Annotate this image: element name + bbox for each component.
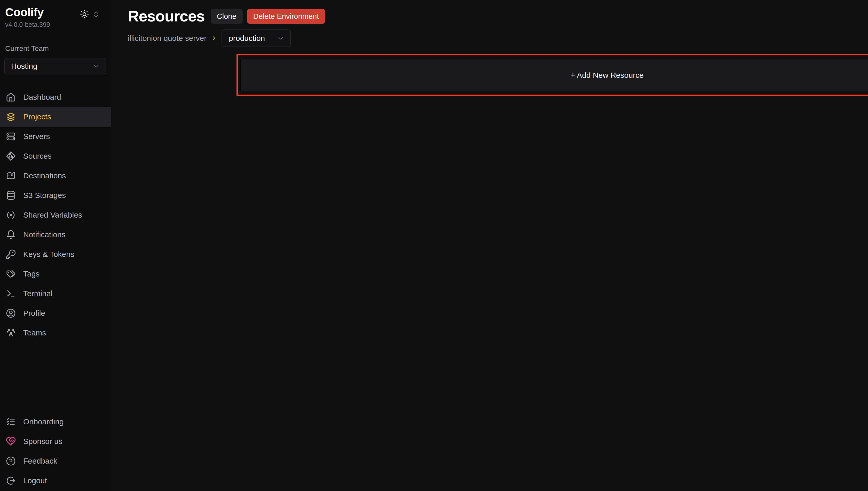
sidebar-item-label: Tags <box>23 269 39 278</box>
logout-icon <box>6 475 16 486</box>
home-icon <box>6 92 16 102</box>
sidebar-item-label: Shared Variables <box>23 211 82 220</box>
sidebar-item-shared-variables[interactable]: Shared Variables <box>0 205 111 225</box>
sidebar-item-label: Teams <box>23 328 46 337</box>
sidebar-item-keys-tokens[interactable]: Keys & Tokens <box>0 244 111 264</box>
environment-select-value: production <box>229 34 265 42</box>
sidebar-header-icons <box>80 9 100 19</box>
add-new-resource-label: + Add New Resource <box>570 71 644 80</box>
tags-icon <box>6 269 16 279</box>
sidebar-item-notifications[interactable]: Notifications <box>0 225 111 244</box>
sidebar-nav: Dashboard Projects Servers Sources Desti… <box>0 87 111 343</box>
sidebar-item-tags[interactable]: Tags <box>0 264 111 284</box>
sidebar-item-terminal[interactable]: Terminal <box>0 284 111 304</box>
team-select-value: Hosting <box>11 62 37 70</box>
sidebar-item-s3-storages[interactable]: S3 Storages <box>0 185 111 205</box>
chevron-down-icon <box>277 34 284 42</box>
page-title: Resources <box>128 8 205 25</box>
sidebar-item-label: Destinations <box>23 171 66 180</box>
git-diamond-icon <box>6 151 16 161</box>
breadcrumb: illicitonion quote server production <box>128 29 868 47</box>
sidebar-item-servers[interactable]: Servers <box>0 126 111 146</box>
heart-handshake-icon <box>6 436 16 446</box>
sidebar-item-profile[interactable]: Profile <box>0 304 111 323</box>
breadcrumb-project-link[interactable]: illicitonion quote server <box>128 34 207 42</box>
sidebar-item-label: Keys & Tokens <box>23 250 74 259</box>
user-circle-icon <box>6 308 16 318</box>
sidebar-item-label: Profile <box>23 309 45 318</box>
footer-item-label: Feedback <box>23 457 57 465</box>
add-new-resource-button[interactable]: + Add New Resource <box>240 59 868 91</box>
sidebar-item-label: Sources <box>23 152 52 161</box>
sidebar-item-sources[interactable]: Sources <box>0 146 111 166</box>
main-content: Resources Clone Delete Environment illic… <box>112 0 868 491</box>
sidebar-item-dashboard[interactable]: Dashboard <box>0 87 111 107</box>
sidebar-header: Coolify v4.0.0-beta.399 <box>0 0 111 28</box>
chevron-down-icon <box>92 62 100 70</box>
layers-icon <box>6 112 16 122</box>
help-circle-icon <box>6 456 16 466</box>
sidebar-item-label: S3 Storages <box>23 191 66 200</box>
footer-item-feedback[interactable]: Feedback <box>0 451 111 471</box>
users-icon <box>6 328 16 338</box>
map-icon <box>6 171 16 181</box>
chevrons-up-down-icon[interactable] <box>92 10 100 18</box>
key-icon <box>6 249 16 259</box>
sidebar-item-destinations[interactable]: Destinations <box>0 166 111 185</box>
environment-select[interactable]: production <box>221 29 291 47</box>
sidebar-item-label: Projects <box>23 112 51 121</box>
database-icon <box>6 190 16 201</box>
team-select[interactable]: Hosting <box>4 58 106 75</box>
sidebar-item-projects[interactable]: Projects <box>0 107 111 126</box>
sidebar-item-label: Notifications <box>23 230 65 239</box>
list-checks-icon <box>6 416 16 427</box>
sidebar-item-label: Servers <box>23 132 50 141</box>
footer-item-label: Onboarding <box>23 417 64 426</box>
footer-item-onboarding[interactable]: Onboarding <box>0 412 111 432</box>
title-row: Resources Clone Delete Environment <box>128 8 868 25</box>
footer-item-sponsor-us[interactable]: Sponsor us <box>0 432 111 451</box>
server-icon <box>6 131 16 142</box>
sidebar-item-label: Terminal <box>23 289 53 298</box>
app-version: v4.0.0-beta.399 <box>5 21 105 28</box>
clone-button[interactable]: Clone <box>211 9 243 24</box>
current-team-label: Current Team <box>5 45 105 53</box>
page-header: Resources Clone Delete Environment illic… <box>112 0 868 47</box>
sidebar-item-teams[interactable]: Teams <box>0 323 111 343</box>
sidebar-footer-nav: Onboarding Sponsor us Feedback Logout <box>0 412 111 491</box>
footer-item-label: Sponsor us <box>23 437 62 446</box>
sidebar-item-label: Dashboard <box>23 93 61 102</box>
footer-item-logout[interactable]: Logout <box>0 471 111 490</box>
chevron-right-icon <box>211 35 217 41</box>
delete-environment-button[interactable]: Delete Environment <box>247 9 325 24</box>
bell-icon <box>6 229 16 240</box>
footer-item-label: Logout <box>23 476 47 485</box>
terminal-icon <box>6 288 16 299</box>
variable-icon <box>6 210 16 220</box>
sidebar: Coolify v4.0.0-beta.399 Current Team Hos… <box>0 0 111 491</box>
sun-icon[interactable] <box>80 9 89 19</box>
